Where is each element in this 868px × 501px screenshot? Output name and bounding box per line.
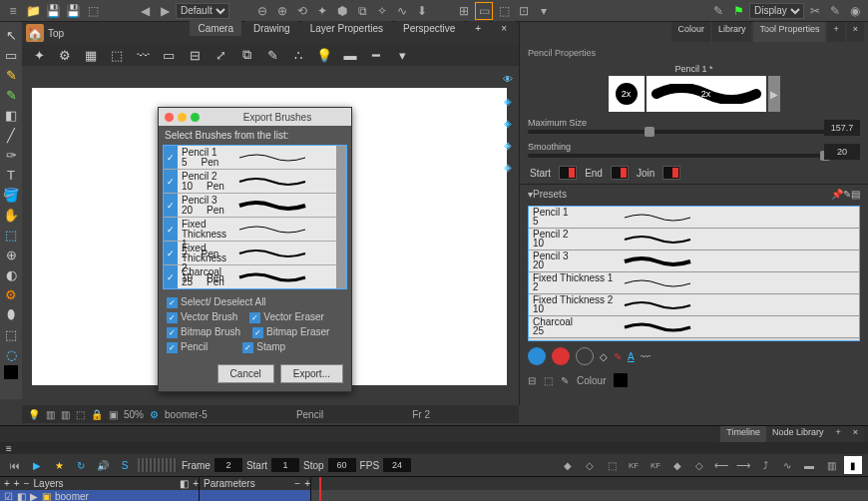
checkbox[interactable]: ✓ (252, 327, 263, 338)
select-tool[interactable]: ↖ (2, 26, 20, 44)
close-tab-icon[interactable]: × (847, 426, 864, 442)
icon[interactable]: ⬚ (495, 2, 513, 20)
icon[interactable]: − (294, 478, 300, 489)
icon[interactable]: ⊞ (455, 2, 473, 20)
loop-icon[interactable]: ↻ (72, 456, 90, 474)
shape-icon[interactable]: ◇ (600, 351, 608, 362)
brush-list-item[interactable]: ✓Pencil 210 Pen (164, 170, 346, 194)
brush-icon[interactable]: ✎ (263, 46, 281, 64)
fps-field[interactable]: 24 (383, 458, 411, 472)
pencil-tool[interactable]: ✎ (2, 66, 20, 84)
icon[interactable]: ∴ (289, 46, 307, 64)
tool[interactable]: ⬮ (2, 305, 20, 323)
stop-field[interactable]: 60 (328, 458, 356, 472)
tool[interactable]: ⬚ (2, 226, 20, 244)
minimize-icon[interactable] (178, 113, 187, 122)
kf-icon[interactable]: ▮ (844, 456, 862, 474)
checkbox[interactable]: ✓ (164, 218, 178, 241)
checkbox[interactable]: ☑ (4, 491, 13, 501)
add-layer-icon[interactable]: + (4, 478, 10, 489)
close-tab-icon[interactable]: × (493, 21, 515, 36)
shape-icon[interactable] (576, 347, 594, 365)
pin-icon[interactable]: 📌 (831, 189, 843, 200)
kf-icon[interactable]: KF (625, 456, 643, 474)
tab-layer-props[interactable]: Layer Properties (302, 21, 391, 36)
line-tool[interactable]: ╱ (2, 126, 20, 144)
frame-field[interactable]: 2 (215, 458, 242, 472)
shape-icon[interactable]: ✎ (614, 351, 622, 362)
gear-icon[interactable]: ⚙ (56, 46, 74, 64)
layer-row[interactable]: ☑ ◧ ▶ ▣ boomer (0, 490, 199, 501)
tab-library[interactable]: Library (712, 22, 752, 42)
icon[interactable]: ▶ (30, 491, 38, 501)
brush-list-item[interactable]: ✓Fixed Thickness 12 Pen (164, 218, 346, 242)
start-field[interactable]: 1 (271, 458, 299, 472)
kf-icon[interactable]: ▬ (800, 456, 818, 474)
tab-tool-props[interactable]: Tool Properties (753, 22, 825, 42)
brush-list-item[interactable]: ✓Pencil 15 Pen (164, 146, 346, 170)
icon[interactable]: ✎ (561, 375, 569, 386)
smoothing-value[interactable]: 20 (824, 144, 860, 160)
sphere-icon[interactable]: ◉ (846, 2, 864, 20)
icon[interactable]: ⬇ (413, 2, 431, 20)
zoom-in-icon[interactable]: ⊕ (273, 2, 291, 20)
icon[interactable]: ⬚ (544, 375, 553, 386)
star-icon[interactable]: ★ (50, 456, 68, 474)
kf-icon[interactable]: ◇ (690, 456, 708, 474)
icon[interactable]: ◧ (180, 478, 189, 489)
s-icon[interactable]: S (116, 456, 134, 474)
marquee-tool[interactable]: ⬚ (2, 325, 20, 343)
shape-circle-icon[interactable] (528, 347, 546, 365)
kf-icon[interactable]: ◇ (581, 456, 599, 474)
lock-icon[interactable]: 🔒 (91, 409, 103, 420)
shape-icon[interactable]: 〰 (641, 351, 651, 362)
preset-item[interactable]: Charcoal25 (529, 316, 859, 338)
preview-small[interactable]: 2x (609, 76, 645, 112)
max-size-value[interactable]: 157.7 (824, 120, 860, 136)
add-tab-icon[interactable]: + (467, 21, 489, 36)
text-tool[interactable]: T (2, 166, 20, 184)
tab-timeline[interactable]: Timeline (720, 426, 766, 442)
bulb-icon[interactable]: 💡 (315, 46, 333, 64)
layer-icon[interactable]: ◈ (499, 158, 517, 176)
next-preview-icon[interactable]: ▶ (768, 76, 780, 112)
add-icon[interactable]: ✎ (843, 189, 851, 200)
preview-large[interactable]: 2x (647, 76, 766, 112)
bucket-tool[interactable]: 🪣 (2, 186, 20, 204)
layer-icon[interactable]: ▣ (42, 491, 51, 501)
max-size-slider[interactable] (528, 130, 860, 134)
icon[interactable]: ━ (367, 46, 385, 64)
icon[interactable]: ⬚ (76, 409, 85, 420)
add-layer-icon[interactable]: + (14, 478, 20, 489)
workspace-select[interactable]: Default (176, 3, 229, 19)
icon[interactable]: ▥ (61, 409, 70, 420)
layer-icon[interactable]: ◈ (499, 92, 517, 110)
tool[interactable]: ◌ (2, 345, 20, 363)
next-icon[interactable]: ▶ (156, 2, 174, 20)
eye-icon[interactable]: 👁 (499, 70, 517, 88)
checkbox[interactable]: ✓ (164, 146, 178, 169)
timeline-ruler[interactable] (311, 477, 868, 491)
icon[interactable]: ▬ (341, 46, 359, 64)
tool[interactable]: ⊕ (2, 246, 20, 263)
cut-icon[interactable]: ✂ (806, 2, 824, 20)
preset-item[interactable]: Pencil 210 (529, 229, 859, 250)
kf-icon[interactable]: ∿ (778, 456, 796, 474)
prev-icon[interactable]: ◀ (136, 2, 154, 20)
icon[interactable]: ◧ (17, 491, 26, 501)
color-swatch[interactable] (4, 365, 18, 379)
checkbox[interactable]: ✓ (249, 312, 260, 323)
kf-icon[interactable]: ⤴ (756, 456, 774, 474)
menu-icon[interactable]: ≡ (6, 443, 12, 454)
kf-icon[interactable]: ◆ (668, 456, 686, 474)
scrubber[interactable] (138, 458, 178, 472)
smoothing-slider[interactable] (528, 154, 860, 158)
play-icon[interactable]: ▶ (28, 456, 46, 474)
brush-export-list[interactable]: ✓Pencil 15 Pen ✓Pencil 210 Pen ✓Pencil 3… (163, 145, 347, 289)
checkbox[interactable]: ✓ (164, 265, 178, 288)
icon[interactable]: ⊡ (515, 2, 533, 20)
playhead[interactable] (319, 477, 321, 490)
kf-icon[interactable]: ⬚ (603, 456, 621, 474)
reset-icon[interactable]: ⟲ (293, 2, 311, 20)
brush-list-item[interactable]: ✓Charcoal25 Pen (164, 265, 346, 289)
